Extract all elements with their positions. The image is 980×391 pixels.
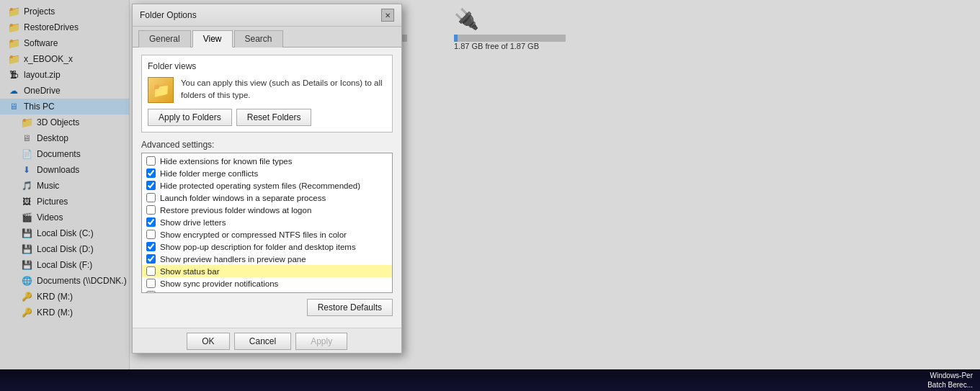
settings-item-9[interactable]: Show status bar bbox=[142, 265, 392, 277]
settings-label-3: Launch folder windows in a separate proc… bbox=[160, 194, 326, 202]
settings-checkbox-6[interactable] bbox=[146, 230, 156, 239]
advanced-label: Advanced settings: bbox=[141, 140, 393, 150]
settings-item-8[interactable]: Show preview handlers in preview pane bbox=[142, 253, 392, 265]
settings-label-11: Use check boxes to select items bbox=[160, 292, 278, 294]
close-button[interactable]: ✕ bbox=[381, 9, 394, 22]
apply-button[interactable]: Apply bbox=[295, 333, 347, 350]
settings-item-7[interactable]: Show pop-up description for folder and d… bbox=[142, 241, 392, 253]
settings-checkbox-2[interactable] bbox=[146, 181, 156, 190]
restore-defaults-row: Restore Defaults bbox=[141, 299, 393, 316]
settings-list[interactable]: Hide extensions for known file typesHide… bbox=[141, 153, 393, 293]
tab-general[interactable]: General bbox=[138, 30, 191, 48]
settings-item-5[interactable]: Show drive letters bbox=[142, 216, 392, 228]
tab-view[interactable]: View bbox=[192, 30, 233, 48]
apply-to-folders-button[interactable]: Apply to Folders bbox=[148, 109, 232, 126]
taskbar-line2: Batch Berec... bbox=[927, 380, 973, 390]
cancel-button[interactable]: Cancel bbox=[234, 333, 291, 350]
dialog-title-bar: Folder Options ✕ bbox=[133, 4, 401, 27]
taskbar-text: Windows-Per Batch Berec... bbox=[927, 371, 973, 390]
settings-checkbox-11[interactable] bbox=[146, 291, 156, 293]
folder-icon: 📁 bbox=[148, 77, 174, 103]
settings-item-10[interactable]: Show sync provider notifications bbox=[142, 277, 392, 289]
folder-options-dialog: Folder Options ✕ General View Search Fol… bbox=[132, 4, 402, 354]
settings-item-1[interactable]: Hide folder merge conflicts bbox=[142, 167, 392, 179]
settings-label-4: Restore previous folder windows at logon bbox=[160, 206, 311, 215]
settings-label-1: Hide folder merge conflicts bbox=[160, 169, 258, 178]
taskbar-line1: Windows-Per bbox=[927, 371, 973, 380]
settings-label-8: Show preview handlers in preview pane bbox=[160, 255, 306, 264]
settings-label-7: Show pop-up description for folder and d… bbox=[160, 243, 356, 251]
tab-search[interactable]: Search bbox=[234, 30, 283, 48]
settings-checkbox-8[interactable] bbox=[146, 254, 156, 264]
folder-views-inner: 📁 You can apply this view (such as Detai… bbox=[148, 77, 386, 103]
settings-checkbox-0[interactable] bbox=[146, 156, 156, 166]
settings-checkbox-1[interactable] bbox=[146, 168, 156, 178]
settings-item-3[interactable]: Launch folder windows in a separate proc… bbox=[142, 192, 392, 204]
settings-label-10: Show sync provider notifications bbox=[160, 279, 278, 288]
settings-checkbox-5[interactable] bbox=[146, 217, 156, 227]
views-buttons: Apply to Folders Reset Folders bbox=[148, 109, 386, 126]
settings-checkbox-3[interactable] bbox=[146, 193, 156, 202]
settings-checkbox-10[interactable] bbox=[146, 279, 156, 288]
settings-checkbox-7[interactable] bbox=[146, 242, 156, 251]
dialog-body: Folder views 📁 You can apply this view (… bbox=[133, 48, 401, 328]
tab-bar: General View Search bbox=[133, 27, 401, 48]
dialog-title: Folder Options bbox=[140, 10, 197, 20]
action-row: OK Cancel Apply bbox=[133, 328, 401, 353]
settings-label-2: Hide protected operating system files (R… bbox=[160, 181, 360, 190]
settings-item-4[interactable]: Restore previous folder windows at logon bbox=[142, 204, 392, 216]
taskbar: Windows-Per Batch Berec... bbox=[0, 369, 980, 391]
settings-item-11[interactable]: Use check boxes to select items bbox=[142, 289, 392, 293]
settings-label-0: Hide extensions for known file types bbox=[160, 157, 292, 166]
settings-checkbox-4[interactable] bbox=[146, 205, 156, 215]
settings-checkbox-9[interactable] bbox=[146, 266, 156, 276]
ok-button[interactable]: OK bbox=[187, 333, 230, 350]
settings-label-6: Show encrypted or compressed NTFS files … bbox=[160, 230, 347, 239]
folder-views-title: Folder views bbox=[148, 61, 386, 71]
settings-label-5: Show drive letters bbox=[160, 218, 226, 227]
settings-item-6[interactable]: Show encrypted or compressed NTFS files … bbox=[142, 228, 392, 241]
settings-item-2[interactable]: Hide protected operating system files (R… bbox=[142, 179, 392, 192]
restore-defaults-button[interactable]: Restore Defaults bbox=[307, 299, 393, 316]
folder-views-description: You can apply this view (such as Details… bbox=[181, 77, 386, 102]
settings-item-0[interactable]: Hide extensions for known file types bbox=[142, 155, 392, 167]
settings-label-9: Show status bar bbox=[160, 267, 219, 276]
reset-folders-button[interactable]: Reset Folders bbox=[236, 109, 312, 126]
folder-views-section: Folder views 📁 You can apply this view (… bbox=[141, 55, 393, 132]
